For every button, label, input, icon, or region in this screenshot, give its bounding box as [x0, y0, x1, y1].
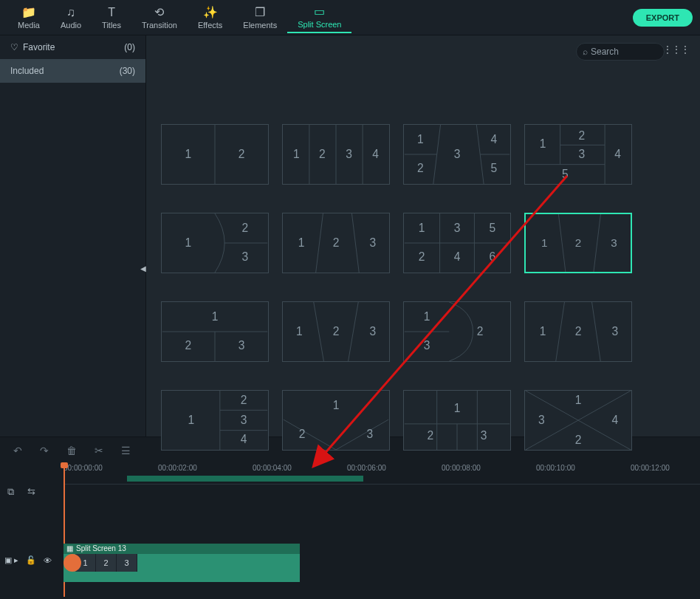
tab-media[interactable]: 📁Media	[7, 3, 50, 32]
time-ruler[interactable]: 00:00:00:00 00:00:02:00 00:00:04:00 00:0…	[64, 464, 700, 485]
svg-text:5: 5	[489, 222, 495, 234]
timeline[interactable]: ⧉ ⇆ 00:00:00:00 00:00:02:00 00:00:04:00 …	[0, 464, 700, 599]
svg-text:2: 2	[333, 325, 340, 338]
time-mark: 00:00:02:00	[158, 464, 197, 472]
tab-split-screen[interactable]: ▭Split Screen	[287, 2, 351, 33]
favorite-count: (0)	[124, 42, 135, 52]
copy-icon[interactable]: ⧉	[7, 486, 14, 498]
svg-text:2: 2	[185, 339, 192, 352]
svg-text:5: 5	[562, 168, 569, 180]
favorite-label: Favorite	[23, 42, 55, 52]
tab-elements[interactable]: ❐Elements	[233, 3, 287, 32]
template-arc3[interactable]: 123	[161, 213, 269, 273]
svg-text:4: 4	[372, 148, 379, 160]
split-screen-icon: ▭	[314, 5, 325, 18]
svg-line-33	[351, 213, 359, 273]
template-right4[interactable]: 1234	[161, 390, 269, 451]
template-1on2[interactable]: 123	[403, 390, 511, 451]
svg-text:2: 2	[333, 236, 340, 249]
template-grid: 12 1234 12345 12345 123 123 123456 123 1…	[146, 35, 700, 465]
svg-line-47	[594, 214, 601, 272]
svg-text:1: 1	[541, 236, 547, 249]
clip-thumb-icon: ▦	[66, 544, 73, 552]
svg-text:2: 2	[242, 222, 249, 234]
sidebar-item-favorite[interactable]: ♡Favorite (0)	[0, 35, 145, 59]
svg-text:1: 1	[296, 325, 303, 338]
svg-line-65	[556, 302, 565, 361]
svg-line-57	[349, 302, 359, 361]
svg-text:2: 2	[575, 434, 582, 446]
svg-text:4: 4	[614, 148, 621, 160]
svg-text:3: 3	[611, 325, 618, 338]
redo-icon[interactable]: ↷	[40, 445, 49, 456]
svg-text:2: 2	[319, 148, 326, 160]
svg-text:1: 1	[185, 148, 192, 160]
svg-line-56	[314, 302, 324, 361]
delete-icon[interactable]: 🗑	[66, 445, 77, 456]
svg-text:1: 1	[540, 325, 546, 338]
template-top1bot2[interactable]: 123	[161, 301, 269, 362]
folder-icon: 📁	[21, 6, 36, 19]
sidebar-item-included[interactable]: Included (30)	[0, 59, 145, 83]
svg-text:4: 4	[611, 414, 618, 426]
svg-text:4: 4	[241, 433, 247, 445]
link-icon[interactable]: ⇆	[27, 486, 35, 498]
svg-text:1: 1	[419, 222, 425, 234]
svg-text:4: 4	[454, 250, 461, 263]
template-leftstackcircle[interactable]: 123	[403, 301, 511, 362]
template-5mosaic[interactable]: 12345	[524, 124, 632, 185]
template-5slant[interactable]: 12345	[403, 124, 511, 185]
template-trap3[interactable]: 123	[282, 301, 390, 362]
svg-text:4: 4	[490, 133, 497, 146]
lock-icon[interactable]: 🔓	[26, 555, 36, 565]
svg-text:1: 1	[298, 236, 305, 249]
tab-transition[interactable]: ⟲Transition	[131, 3, 188, 32]
search-input[interactable]: ⌕ Search	[576, 43, 665, 61]
track-controls: ▣ ▸ 🔓 👁	[4, 555, 52, 565]
main-area: ♡Favorite (0) Included (30) ⌕ Search ⋮⋮⋮…	[0, 35, 700, 437]
clip-tab-2[interactable]: 2	[96, 554, 117, 572]
template-v3[interactable]: 123	[282, 390, 390, 451]
cut-icon[interactable]: ✂	[95, 445, 103, 456]
svg-text:3: 3	[369, 236, 376, 249]
svg-text:3: 3	[346, 148, 352, 160]
clip-tab-3[interactable]: 3	[117, 554, 137, 572]
svg-text:2: 2	[241, 394, 247, 406]
svg-text:1: 1	[454, 402, 461, 414]
transition-icon: ⟲	[154, 6, 164, 19]
svg-text:3: 3	[454, 222, 461, 234]
time-mark: 00:00:12:00	[631, 464, 670, 472]
svg-text:1: 1	[212, 310, 219, 323]
settings-icon[interactable]: ☰	[121, 445, 131, 456]
content-panel: ⌕ Search ⋮⋮⋮ ◀ 12 1234 12345 12345 123 1…	[146, 35, 700, 437]
svg-text:1: 1	[424, 310, 430, 323]
svg-text:3: 3	[239, 339, 245, 352]
template-4col[interactable]: 1234	[282, 124, 390, 185]
svg-line-46	[558, 214, 566, 272]
track-menu-icon[interactable]: ▣ ▸	[4, 555, 18, 565]
clip-handle-icon[interactable]	[64, 554, 81, 572]
tab-effects[interactable]: ✨Effects	[188, 3, 233, 32]
undo-icon[interactable]: ↶	[13, 445, 22, 456]
tab-audio[interactable]: ♫Audio	[50, 3, 92, 32]
template-triangle3[interactable]: 123	[524, 301, 632, 362]
template-6grid[interactable]: 123456	[403, 213, 511, 273]
eye-icon[interactable]: 👁	[44, 556, 52, 565]
svg-text:2: 2	[417, 162, 424, 174]
grid-view-icon[interactable]: ⋮⋮⋮	[663, 44, 690, 55]
template-3slant[interactable]: 123	[282, 213, 390, 273]
template-x4[interactable]: 1234	[524, 390, 632, 451]
svg-line-66	[592, 302, 601, 361]
svg-text:5: 5	[490, 162, 497, 174]
time-mark: 00:00:08:00	[442, 464, 481, 472]
svg-text:1: 1	[293, 148, 300, 160]
included-count: (30)	[120, 66, 135, 76]
svg-text:3: 3	[367, 428, 374, 440]
tab-titles[interactable]: TTitles	[92, 3, 131, 32]
template-3slant-selected[interactable]: 123	[524, 213, 632, 273]
collapse-sidebar-icon[interactable]: ◀	[140, 264, 146, 273]
sidebar: ♡Favorite (0) Included (30)	[0, 35, 146, 437]
export-button[interactable]: EXPORT	[633, 9, 693, 27]
template-2col[interactable]: 12	[161, 124, 269, 185]
clip-title: Split Screen 13	[76, 544, 126, 552]
